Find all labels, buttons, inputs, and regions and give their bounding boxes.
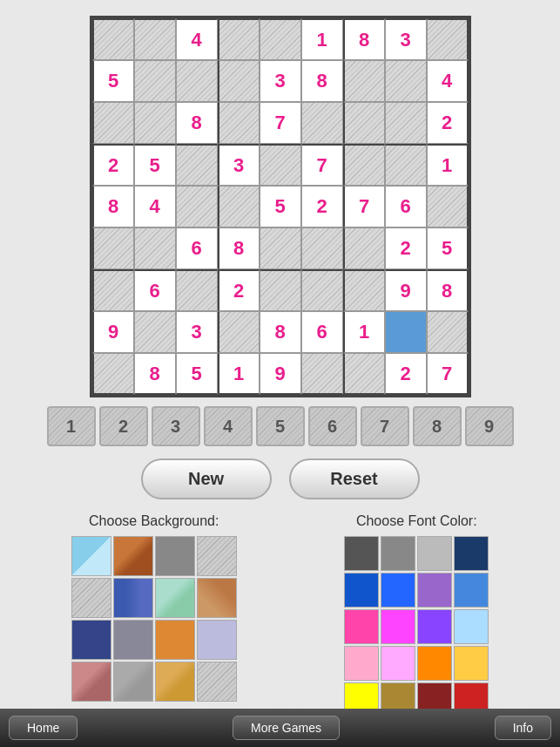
sudoku-cell[interactable]	[427, 18, 469, 60]
number-picker-btn[interactable]: 6	[308, 406, 357, 446]
background-swatch[interactable]	[113, 578, 153, 618]
background-swatch[interactable]	[155, 536, 195, 576]
sudoku-cell[interactable]	[385, 60, 427, 102]
sudoku-cell[interactable]	[92, 353, 134, 395]
sudoku-cell[interactable]	[176, 144, 218, 186]
sudoku-cell[interactable]: 3	[260, 60, 301, 102]
sudoku-cell[interactable]	[301, 227, 343, 269]
sudoku-cell[interactable]	[427, 311, 469, 353]
background-swatch[interactable]	[113, 662, 153, 702]
sudoku-cell[interactable]	[218, 186, 260, 227]
sudoku-cell[interactable]: 8	[176, 102, 218, 144]
background-swatch[interactable]	[71, 536, 111, 576]
info-button[interactable]: Info	[495, 716, 551, 740]
sudoku-cell[interactable]	[427, 186, 469, 227]
sudoku-cell[interactable]	[260, 18, 301, 60]
font-color-swatch[interactable]	[344, 609, 379, 644]
sudoku-cell[interactable]: 4	[176, 18, 218, 60]
background-swatch[interactable]	[197, 578, 237, 618]
sudoku-cell[interactable]	[218, 18, 260, 60]
sudoku-cell[interactable]	[385, 311, 427, 353]
font-color-swatch[interactable]	[344, 573, 379, 608]
font-color-swatch[interactable]	[381, 573, 415, 608]
sudoku-cell[interactable]	[92, 227, 134, 269]
sudoku-cell[interactable]: 7	[260, 102, 301, 144]
sudoku-cell[interactable]	[385, 102, 427, 144]
background-swatch[interactable]	[155, 578, 195, 618]
sudoku-cell[interactable]	[343, 227, 385, 269]
sudoku-cell[interactable]	[92, 18, 134, 60]
number-picker-btn[interactable]: 8	[413, 406, 462, 446]
sudoku-cell[interactable]: 8	[134, 353, 176, 395]
font-color-swatch[interactable]	[381, 609, 415, 644]
sudoku-cell[interactable]	[92, 269, 134, 311]
background-swatch[interactable]	[197, 620, 237, 660]
sudoku-cell[interactable]	[260, 227, 301, 269]
number-picker-btn[interactable]: 5	[256, 406, 305, 446]
sudoku-cell[interactable]	[134, 227, 176, 269]
sudoku-cell[interactable]	[176, 269, 218, 311]
font-color-swatch[interactable]	[344, 646, 379, 681]
sudoku-cell[interactable]: 1	[427, 144, 469, 186]
sudoku-cell[interactable]: 3	[176, 311, 218, 353]
font-color-swatch[interactable]	[454, 536, 489, 571]
sudoku-cell[interactable]: 6	[176, 227, 218, 269]
sudoku-cell[interactable]: 9	[260, 353, 301, 395]
font-color-swatch[interactable]	[454, 609, 489, 644]
sudoku-cell[interactable]	[134, 102, 176, 144]
sudoku-cell[interactable]	[218, 102, 260, 144]
sudoku-cell[interactable]	[301, 269, 343, 311]
sudoku-cell[interactable]: 8	[427, 269, 469, 311]
sudoku-cell[interactable]: 6	[134, 269, 176, 311]
sudoku-cell[interactable]	[301, 353, 343, 395]
sudoku-cell[interactable]	[343, 353, 385, 395]
font-color-swatch[interactable]	[417, 609, 452, 644]
sudoku-cell[interactable]: 8	[343, 18, 385, 60]
number-picker-btn[interactable]: 7	[361, 406, 409, 446]
background-swatch[interactable]	[155, 662, 195, 702]
sudoku-cell[interactable]	[218, 311, 260, 353]
sudoku-cell[interactable]	[343, 269, 385, 311]
sudoku-cell[interactable]: 5	[260, 186, 301, 227]
background-swatch[interactable]	[197, 662, 237, 702]
sudoku-cell[interactable]: 1	[218, 353, 260, 395]
sudoku-cell[interactable]	[260, 269, 301, 311]
sudoku-cell[interactable]: 5	[134, 144, 176, 186]
more-games-button[interactable]: More Games	[233, 716, 340, 740]
sudoku-cell[interactable]: 4	[427, 60, 469, 102]
sudoku-cell[interactable]: 7	[301, 144, 343, 186]
sudoku-cell[interactable]: 2	[385, 353, 427, 395]
sudoku-cell[interactable]: 1	[343, 311, 385, 353]
sudoku-cell[interactable]	[260, 144, 301, 186]
background-swatch[interactable]	[71, 662, 111, 702]
font-color-swatch[interactable]	[344, 536, 379, 571]
reset-button[interactable]: Reset	[289, 458, 420, 499]
font-color-swatch[interactable]	[417, 573, 452, 608]
sudoku-cell[interactable]	[343, 102, 385, 144]
sudoku-cell[interactable]	[385, 144, 427, 186]
sudoku-cell[interactable]: 5	[92, 60, 134, 102]
background-swatch[interactable]	[71, 620, 111, 660]
sudoku-cell[interactable]: 2	[427, 102, 469, 144]
font-color-swatch[interactable]	[381, 536, 415, 571]
background-swatch[interactable]	[113, 536, 153, 576]
sudoku-cell[interactable]: 2	[92, 144, 134, 186]
sudoku-cell[interactable]: 3	[218, 144, 260, 186]
background-swatch[interactable]	[113, 620, 153, 660]
sudoku-cell[interactable]: 5	[176, 353, 218, 395]
sudoku-cell[interactable]: 9	[385, 269, 427, 311]
number-picker-btn[interactable]: 3	[152, 406, 200, 446]
number-picker-btn[interactable]: 9	[465, 406, 514, 446]
sudoku-cell[interactable]	[176, 60, 218, 102]
sudoku-cell[interactable]: 8	[218, 227, 260, 269]
sudoku-cell[interactable]: 9	[92, 311, 134, 353]
sudoku-cell[interactable]: 8	[260, 311, 301, 353]
sudoku-cell[interactable]: 8	[92, 186, 134, 227]
sudoku-cell[interactable]: 8	[301, 60, 343, 102]
new-button[interactable]: New	[141, 458, 272, 499]
font-color-swatch[interactable]	[381, 646, 415, 681]
sudoku-cell[interactable]	[134, 18, 176, 60]
font-color-swatch[interactable]	[454, 646, 489, 681]
sudoku-cell[interactable]	[134, 60, 176, 102]
font-color-swatch[interactable]	[417, 646, 452, 681]
